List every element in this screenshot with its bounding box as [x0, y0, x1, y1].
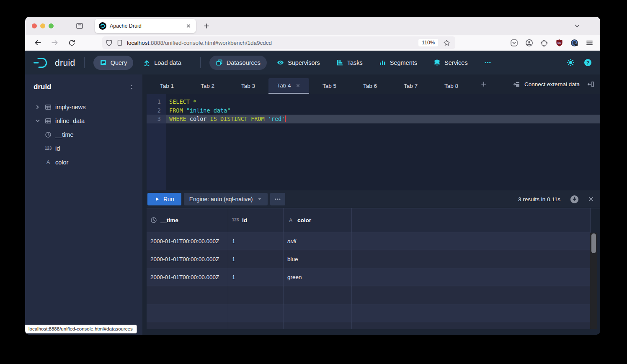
close-window-button[interactable]	[32, 23, 37, 28]
column-item[interactable]: Acolor	[34, 155, 135, 169]
results-header-cell[interactable]: Acolor	[284, 208, 352, 232]
datasource-item[interactable]: inline_data	[34, 114, 135, 128]
results-cell[interactable]: blue	[284, 250, 352, 268]
query-tab[interactable]: Tab 7	[390, 78, 431, 94]
forward-icon[interactable]	[51, 39, 59, 46]
editor-line[interactable]: 3WHERE color IS DISTINCT FROM 'red'	[147, 115, 600, 123]
add-tab-icon[interactable]	[480, 80, 488, 88]
results-cell[interactable]: 1	[228, 250, 284, 268]
close-icon	[295, 83, 301, 88]
results-cell[interactable]	[147, 304, 228, 322]
close-results-icon[interactable]	[588, 196, 594, 203]
help-icon[interactable]: ?	[584, 59, 592, 67]
list-all-tabs-icon[interactable]	[573, 22, 600, 30]
results-cell[interactable]	[228, 322, 284, 329]
double-caret-icon[interactable]	[128, 84, 135, 90]
scrollbar-thumb[interactable]	[591, 233, 596, 253]
play-icon	[155, 197, 160, 202]
engine-select-button[interactable]: Engine: auto (sql-native)	[184, 193, 268, 205]
nav-item-load-data[interactable]: Load data	[137, 56, 188, 70]
results-cell[interactable]: 1	[228, 232, 284, 250]
reload-icon[interactable]	[68, 39, 75, 46]
results-cell[interactable]	[284, 304, 352, 322]
downloads-tray-icon[interactable]	[75, 22, 84, 30]
results-cell[interactable]: 2000-01-01T00:00:00.000Z	[147, 250, 228, 268]
query-tab[interactable]: Tab 2	[187, 78, 228, 94]
editor-line[interactable]: 2FROM "inline_data"	[147, 106, 600, 115]
results-cell[interactable]	[284, 322, 352, 329]
browser-toolbar: localhost:8888/unified-console.html#work…	[25, 35, 600, 51]
results-scrollbar[interactable]	[590, 233, 597, 329]
menu-hamburger-icon[interactable]	[586, 39, 593, 47]
results-cell[interactable]	[352, 304, 591, 322]
nav-item-tasks[interactable]: Tasks	[330, 56, 369, 70]
nav-item-datasources[interactable]: Datasources	[209, 56, 267, 70]
run-label: Run	[163, 196, 174, 203]
nav-item-services[interactable]: Services	[427, 56, 474, 70]
minimize-window-button[interactable]	[40, 23, 45, 28]
editor-line[interactable]: 1SELECT *	[147, 97, 600, 106]
results-cell[interactable]	[228, 286, 284, 304]
results-cell[interactable]	[352, 232, 591, 250]
close-tab-icon[interactable]	[185, 23, 192, 29]
collapse-panel-button[interactable]	[587, 81, 594, 88]
gear-icon[interactable]	[567, 59, 575, 67]
url-bar[interactable]: localhost:8888/unified-console.html#work…	[102, 36, 455, 49]
cell-value: null	[287, 238, 296, 244]
results-row	[147, 322, 591, 329]
results-cell[interactable]	[352, 268, 591, 286]
browser-window: Apache Druid localhos	[25, 17, 600, 335]
query-tab-label: Tab 6	[363, 83, 377, 89]
results-cell[interactable]: 1	[228, 268, 284, 286]
download-results-icon[interactable]	[570, 195, 579, 204]
results-cell[interactable]: null	[284, 232, 352, 250]
results-cell[interactable]: 2000-01-01T00:00:00.000Z	[147, 232, 228, 250]
query-tab[interactable]: Tab 8	[431, 78, 472, 94]
back-icon[interactable]	[34, 39, 41, 46]
results-cell[interactable]	[147, 286, 228, 304]
results-cell[interactable]	[228, 304, 284, 322]
datasource-item[interactable]: imply-news	[34, 100, 135, 114]
sql-editor[interactable]: 1SELECT *2FROM "inline_data"3WHERE color…	[147, 94, 600, 190]
browser-tab[interactable]: Apache Druid	[95, 19, 196, 33]
results-cell[interactable]	[352, 286, 591, 304]
nav-item-query[interactable]: Query	[93, 56, 134, 70]
query-tab[interactable]: Tab 3	[228, 78, 268, 94]
query-tab[interactable]: Tab 1	[147, 78, 187, 94]
run-button[interactable]: Run	[147, 193, 181, 205]
pocket-icon[interactable]	[510, 39, 518, 47]
zoom-level-badge[interactable]: 110%	[418, 39, 438, 46]
workbench: Tab 1Tab 2Tab 3Tab 4Tab 5Tab 6Tab 7Tab 8…	[142, 74, 600, 335]
results-header-cell[interactable]: __time	[147, 208, 228, 232]
extensions-puzzle-icon[interactable]	[540, 39, 548, 47]
query-tab[interactable]: Tab 4	[268, 78, 309, 94]
tracking-shield-icon[interactable]	[106, 39, 113, 46]
nav-item-supervisors[interactable]: Supervisors	[271, 56, 326, 70]
column-item[interactable]: 123id	[34, 141, 135, 155]
query-tab[interactable]: Tab 5	[309, 78, 350, 94]
results-cell[interactable]: green	[284, 268, 352, 286]
query-tab-label: Tab 4	[277, 82, 291, 89]
results-cell[interactable]	[284, 286, 352, 304]
connect-external-data-button[interactable]: Connect external data	[513, 81, 580, 88]
page-info-icon[interactable]	[116, 39, 123, 46]
ublock-origin-icon[interactable]: uO	[555, 39, 563, 47]
query-tab[interactable]: Tab 6	[350, 78, 390, 94]
onepassword-icon[interactable]	[570, 39, 578, 47]
nav-item-segments[interactable]: Segments	[373, 56, 423, 70]
nav-item-more[interactable]	[478, 56, 498, 70]
results-header-cell[interactable]: 123id	[228, 208, 284, 232]
results-cell[interactable]	[352, 322, 591, 329]
results-cell[interactable]	[147, 322, 228, 329]
query-more-button[interactable]	[270, 193, 285, 205]
account-icon[interactable]	[525, 39, 533, 47]
new-tab-button[interactable]	[203, 22, 210, 30]
results-header-filler	[352, 208, 591, 232]
druid-console: druid QueryLoad dataDatasourcesSuperviso…	[25, 51, 600, 335]
results-cell[interactable]: 2000-01-01T00:00:00.000Z	[147, 268, 228, 286]
bookmark-star-icon[interactable]	[443, 39, 450, 46]
link-status-tooltip: localhost:8888/unified-console.html#data…	[25, 325, 137, 333]
column-item[interactable]: __time	[34, 128, 135, 141]
results-cell[interactable]	[352, 250, 591, 268]
zoom-window-button[interactable]	[49, 23, 54, 28]
